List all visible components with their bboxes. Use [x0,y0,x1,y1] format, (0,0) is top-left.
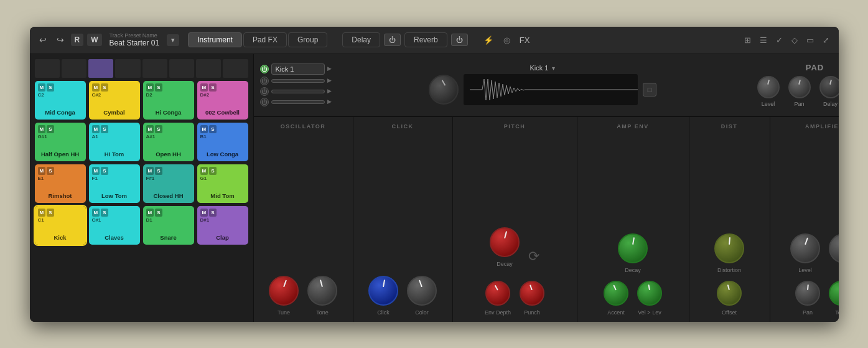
pad-mini[interactable] [196,59,221,78]
pad-mini[interactable] [115,59,140,78]
s-btn[interactable]: S [47,167,54,175]
color-knob[interactable] [407,276,437,306]
pad-mid-conga[interactable]: MS C2 Mid Conga [35,81,86,120]
s-btn[interactable]: S [209,167,216,175]
m-btn[interactable]: M [38,167,46,175]
expand-icon[interactable]: ⤢ [819,34,833,46]
s-btn[interactable]: S [155,167,162,175]
pad-kick[interactable]: MS C1 Kick [35,206,86,245]
pad-hi-conga[interactable]: MS D2 Hi Conga [143,81,194,120]
preset-power-1[interactable]: ⏻ [260,65,269,73]
list-icon[interactable]: ☰ [757,34,770,46]
vel-lev-knob[interactable] [637,281,662,306]
pad-level-knob[interactable] [757,76,780,98]
pad-half-open-hh[interactable]: MS G#1 Half Open HH [35,123,86,161]
pad-mini[interactable] [142,59,167,78]
bolt-icon[interactable]: ⚡ [480,34,497,46]
accent-knob[interactable] [604,281,628,306]
pad-open-hh[interactable]: MS A#1 Open HH [143,123,194,161]
pad-cowbell[interactable]: MS D#2 002 Cowbell [197,81,248,120]
m-btn[interactable]: M [146,209,154,217]
pad-mini[interactable] [223,59,248,78]
click-knob[interactable] [368,276,398,306]
pad-cymbal[interactable]: MS C#2 Cymbal [89,81,140,120]
preset-name-2[interactable] [271,79,325,83]
m-btn[interactable]: M [38,83,46,92]
eye-icon[interactable]: ◎ [500,34,513,46]
tab-padfx[interactable]: Pad FX [243,32,287,47]
pitch-sync-icon[interactable]: ⟳ [528,248,539,265]
amp-pan-knob[interactable] [795,281,820,306]
m-btn[interactable]: M [200,83,208,92]
m-btn[interactable]: M [200,125,208,133]
m-btn[interactable]: M [92,209,100,217]
waveform-crop-button[interactable]: □ [643,83,656,96]
pad-clap[interactable]: MS D#1 Clap [197,206,248,245]
tone-knob-osc[interactable] [307,276,337,306]
m-btn[interactable]: M [92,83,100,92]
preset-power-4[interactable]: ⏻ [260,98,269,106]
amp-level-knob[interactable] [790,233,820,263]
m-btn[interactable]: M [38,209,46,217]
preset-name-1[interactable]: Kick 1 [271,63,325,75]
s-btn[interactable]: S [47,125,54,133]
amp-fx-knob[interactable] [829,233,839,263]
check-icon[interactable]: ✓ [773,34,786,46]
pad-low-tom[interactable]: MS F1 Low Tom [89,164,140,203]
diamond-icon[interactable]: ◇ [788,34,801,46]
waveform-dropdown[interactable]: ▾ [552,65,555,72]
s-btn[interactable]: S [101,125,108,133]
m-btn[interactable]: M [146,83,154,92]
w-button[interactable]: W [87,34,101,46]
pad-claves[interactable]: MS C#1 Claves [89,206,140,245]
s-btn[interactable]: S [155,209,162,217]
tab-instrument[interactable]: Instrument [188,32,242,47]
undo-button[interactable]: ↩ [36,33,50,47]
tune-knob[interactable] [269,276,299,306]
s-btn[interactable]: S [47,209,54,217]
preset-vol-icon-3[interactable]: ▶ [327,88,335,95]
distortion-knob[interactable] [714,233,744,263]
s-btn[interactable]: S [209,125,216,133]
rect-icon[interactable]: ▭ [803,34,817,46]
preset-power-3[interactable]: ⏻ [260,87,269,96]
m-btn[interactable]: M [38,125,46,133]
pad-rimshot[interactable]: MS E1 Rimshot [35,164,86,203]
s-btn[interactable]: S [155,125,162,133]
s-btn[interactable]: S [101,83,108,92]
pad-pan-knob[interactable] [788,76,811,98]
pad-closed-hh[interactable]: MS F#1 Closed HH [143,164,194,203]
s-btn[interactable]: S [209,83,216,92]
pad-mid-tom[interactable]: MS G1 Mid Tom [197,164,248,203]
m-btn[interactable]: M [92,125,100,133]
main-volume-knob[interactable] [429,75,459,105]
r-button[interactable]: R [71,34,84,46]
pitch-decay-knob[interactable] [490,227,520,257]
punch-knob[interactable] [520,281,544,306]
preset-arrow-button[interactable]: ▾ [167,34,179,46]
amp-decay-knob[interactable] [618,233,648,263]
preset-vol-icon-1[interactable]: ▶ [327,65,335,73]
amp-tone-knob[interactable] [829,281,839,306]
preset-power-2[interactable]: ⏻ [260,77,269,85]
s-btn[interactable]: S [101,167,108,175]
s-btn[interactable]: S [47,83,54,92]
s-btn[interactable]: S [101,209,108,217]
delay-power-button[interactable]: ⏻ [384,34,401,46]
pad-mini-colored[interactable] [88,59,113,78]
s-btn[interactable]: S [209,209,216,217]
redo-button[interactable]: ↪ [54,33,67,47]
pad-mini[interactable] [35,59,60,78]
m-btn[interactable]: M [146,167,154,175]
grid-icon[interactable]: ⊞ [741,34,754,46]
pad-mini[interactable] [169,59,194,78]
m-btn[interactable]: M [200,167,208,175]
tab-reverb[interactable]: Reverb [404,32,447,47]
preset-vol-icon-4[interactable]: ▶ [327,98,335,106]
pad-hi-tom[interactable]: MS A1 Hi Tom [89,123,140,161]
reverb-power-button[interactable]: ⏻ [451,34,468,46]
m-btn[interactable]: M [146,125,154,133]
m-btn[interactable]: M [200,209,208,217]
preset-name-4[interactable] [271,100,325,104]
preset-name-3[interactable] [271,90,325,93]
